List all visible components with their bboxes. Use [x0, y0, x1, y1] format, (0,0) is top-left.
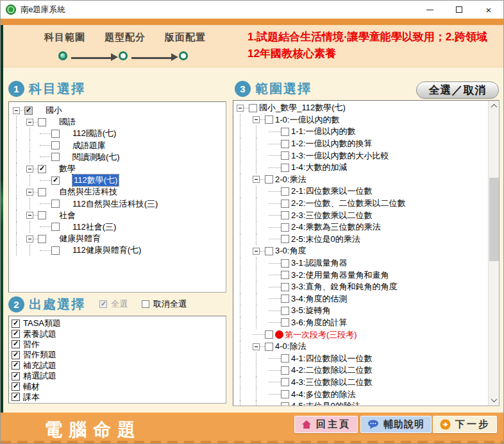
checkbox[interactable] [265, 247, 273, 255]
tree-node[interactable]: 112社會(三) [9, 221, 226, 233]
tree-node[interactable]: 健康與體育 [9, 233, 226, 244]
list-item[interactable]: TASA類題 [9, 318, 226, 329]
checkbox[interactable] [38, 165, 46, 173]
tree-node-label[interactable]: 4-5:末位是0的除法 [291, 400, 360, 406]
tree-node[interactable]: 2-0:乘法 [233, 174, 488, 186]
checkbox[interactable] [51, 141, 60, 149]
tree-node[interactable]: 社會 [9, 210, 226, 221]
tree-node-label[interactable]: 4-2:二位數除以二位數 [291, 364, 372, 376]
checkbox[interactable] [281, 164, 289, 172]
checkbox[interactable] [281, 283, 289, 291]
tree-node[interactable]: 3-0:角度 [233, 245, 488, 257]
tree-node[interactable]: 3-5:旋轉角 [233, 305, 488, 317]
collapse-toggle-icon[interactable] [26, 166, 33, 173]
tree-node-label[interactable]: 國語 [59, 116, 76, 128]
checkbox[interactable] [281, 390, 289, 398]
tree-node-label[interactable]: 1-4:大數的加減 [291, 162, 347, 173]
scrollbar-thumb[interactable] [489, 178, 499, 261]
tree-node-label[interactable]: 4-1:四位數除以一位數 [291, 353, 372, 364]
tree-node-label[interactable]: 3-5:旋轉角 [291, 305, 330, 316]
checkbox[interactable] [281, 151, 289, 160]
tree-node[interactable]: 數學 [9, 163, 226, 175]
tree-node-label[interactable]: 2-4:乘數為三位數的乘法 [291, 221, 380, 233]
checkbox[interactable] [249, 104, 257, 112]
tree-node[interactable]: 112國語(七) [9, 128, 226, 139]
tree-node-label[interactable]: 4-0:除法 [275, 341, 306, 352]
checkbox[interactable] [51, 223, 60, 231]
checkbox[interactable] [265, 175, 273, 184]
tree-node[interactable]: 2-2:一位數、二位數乘以二位數 [233, 198, 488, 210]
checkbox[interactable] [51, 176, 60, 185]
select-all-toggle-button[interactable]: 全選／取消 [416, 81, 499, 99]
deselect-all-option[interactable]: 取消全選 [142, 298, 187, 310]
checkbox[interactable] [265, 115, 273, 124]
tree-node[interactable]: 112數學(七) [9, 175, 226, 186]
checkbox[interactable] [281, 200, 289, 208]
collapse-toggle-icon[interactable] [253, 343, 260, 350]
tree-node[interactable]: 3-2:使用量角器量角和畫角 [233, 269, 488, 281]
collapse-toggle-icon[interactable] [253, 248, 260, 255]
tree-node-label[interactable]: 112健康與體育(七) [72, 244, 141, 256]
tree-node-label[interactable]: 112國語(七) [72, 128, 116, 139]
tree-node-label[interactable]: 4-4:多位數的除法 [291, 389, 355, 400]
tree-node[interactable]: 第一次段考(三段考) [233, 329, 488, 341]
tree-node-label[interactable]: 4-3:三位數除以二位數 [291, 377, 372, 388]
range-tree[interactable]: 國小_數學_112數學(七)1-0:一億以內的數1-1:一億以內的數1-2:一億… [233, 101, 488, 406]
tree-node[interactable]: 2-3:三位數乘以二位數 [233, 209, 488, 221]
checkbox[interactable] [38, 211, 46, 219]
scroll-down-button[interactable] [489, 395, 500, 406]
tree-node[interactable]: 4-3:三位數除以二位數 [233, 377, 488, 389]
tree-node[interactable]: 自然與生活科技 [9, 186, 226, 198]
list-item[interactable]: 精選試題 [9, 371, 226, 381]
tree-node-label[interactable]: 112自然與生活科技(三) [72, 198, 158, 210]
tree-node[interactable]: 2-4:乘數為三位數的乘法 [233, 221, 488, 234]
checkbox[interactable] [51, 200, 60, 208]
tree-node[interactable]: 4-1:四位數除以一位數 [233, 352, 488, 364]
tree-node-label[interactable]: 數學 [59, 163, 76, 175]
tree-node-label[interactable]: 2-0:乘法 [275, 174, 306, 185]
checkbox[interactable] [24, 107, 33, 115]
checkbox[interactable] [281, 140, 289, 148]
tree-node[interactable]: 閱讀測驗(七) [9, 151, 226, 163]
list-item[interactable]: 輔材 [9, 381, 226, 391]
tree-node[interactable]: 國語 [9, 116, 226, 128]
tree-node[interactable]: 1-0:一億以內的數 [233, 114, 488, 126]
tree-node-label[interactable]: 第一次段考(三段考) [285, 329, 357, 341]
next-step-button[interactable]: 下一步 [433, 416, 497, 433]
tree-node[interactable]: 國小_數學_112數學(七) [233, 102, 488, 114]
list-item[interactable]: 習作類題 [9, 350, 226, 360]
list-item[interactable]: 課本 [9, 392, 226, 402]
collapse-toggle-icon[interactable] [13, 107, 20, 114]
tree-node-label[interactable]: 112數學(七) [72, 175, 119, 186]
checkbox[interactable] [51, 246, 60, 255]
checkbox[interactable] [265, 343, 273, 351]
deselect-all-checkbox[interactable] [142, 300, 149, 308]
checkbox[interactable] [12, 351, 20, 359]
tree-node[interactable]: 1-3:一億以內數的大小比較 [233, 149, 488, 162]
checkbox[interactable] [51, 130, 60, 138]
checkbox[interactable] [38, 235, 46, 243]
tree-node-label[interactable]: 112社會(三) [72, 221, 116, 233]
tree-node[interactable]: 2-1:四位數乘以一位數 [233, 185, 488, 198]
tree-node-label[interactable]: 3-0:角度 [275, 245, 306, 257]
tree-node-label[interactable]: 1-2:一億以內數的換算 [291, 138, 372, 149]
select-all-option[interactable]: 全選 [99, 298, 128, 310]
tree-node[interactable]: 3-6:角度的計算 [233, 317, 488, 329]
checkbox[interactable] [38, 118, 46, 126]
checkbox[interactable] [281, 402, 289, 406]
tree-node-label[interactable]: 1-3:一億以內數的大小比較 [291, 150, 389, 162]
tree-node-label[interactable]: 2-1:四位數乘以一位數 [291, 185, 372, 197]
tree-node[interactable]: 4-5:末位是0的除法 [233, 400, 488, 406]
tree-node-label[interactable]: 2-5:末位是0的乘法 [291, 234, 360, 245]
tree-node[interactable]: 2-5:末位是0的乘法 [233, 234, 488, 246]
checkbox[interactable] [12, 393, 20, 401]
checkbox[interactable] [12, 382, 20, 391]
tree-node[interactable]: 4-2:二位數除以二位數 [233, 364, 488, 377]
collapse-toggle-icon[interactable] [26, 119, 33, 126]
tree-node-label[interactable]: 自然與生活科技 [59, 186, 117, 198]
tree-node[interactable]: 3-1:認識量角器 [233, 257, 488, 269]
tree-node[interactable]: 1-4:大數的加減 [233, 162, 488, 174]
checkbox[interactable] [265, 330, 273, 339]
tree-node-label[interactable]: 閱讀測驗(七) [72, 151, 120, 163]
checkbox[interactable] [281, 295, 289, 303]
